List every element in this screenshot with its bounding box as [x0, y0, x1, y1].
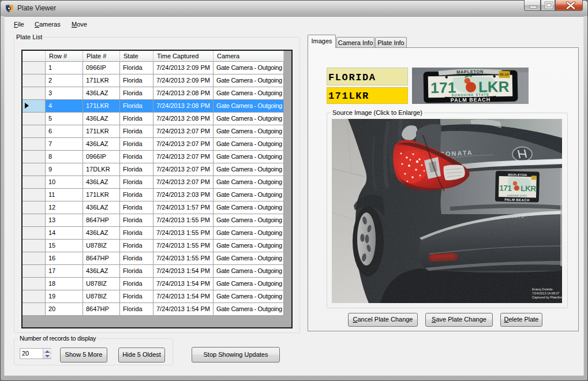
svg-text:PALM BEACH: PALM BEACH	[451, 96, 491, 103]
svg-text:06-14: 06-14	[500, 73, 509, 76]
